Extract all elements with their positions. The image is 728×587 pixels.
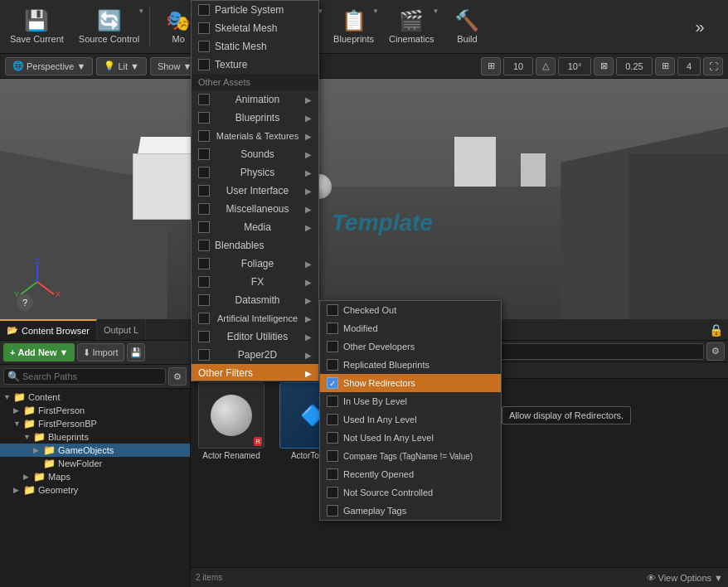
tree-item-content[interactable]: ▼ 📁 Content bbox=[0, 391, 190, 404]
content-browser-tab[interactable]: 📂 Content Browser bbox=[0, 319, 97, 340]
filter-used-in-any-level[interactable]: Used In Any Level bbox=[320, 410, 501, 429]
in-use-by-level-checkbox[interactable] bbox=[327, 395, 338, 407]
lit-button[interactable]: 💡 Lit ▼ bbox=[96, 57, 147, 75]
texture-checkbox[interactable] bbox=[198, 59, 210, 70]
sounds-checkbox[interactable] bbox=[198, 148, 210, 160]
media-checkbox[interactable] bbox=[198, 221, 210, 233]
filter-gameplay-tags[interactable]: Gameplay Tags bbox=[320, 502, 501, 520]
skeletal-mesh-checkbox[interactable] bbox=[198, 22, 210, 34]
menu-item-physics[interactable]: Physics ▶ bbox=[192, 163, 318, 182]
filter-not-source-controlled[interactable]: Not Source Controlled bbox=[320, 483, 501, 502]
menu-item-other-filters[interactable]: Other Filters ▶ bbox=[192, 364, 318, 381]
asset-item-actor-renamed[interactable]: R Actor Renamed bbox=[194, 382, 269, 460]
perspective-button[interactable]: 🌐 Perspective ▼ bbox=[5, 57, 93, 75]
angle-value-input[interactable] bbox=[558, 57, 591, 75]
menu-item-skeletal-mesh[interactable]: Skeletal Mesh bbox=[192, 19, 318, 37]
menu-item-media[interactable]: Media ▶ bbox=[192, 218, 318, 236]
save-current-button[interactable]: 💾 Save Current bbox=[3, 2, 70, 51]
more-button[interactable]: » bbox=[675, 2, 725, 51]
save-content-button[interactable]: 💾 bbox=[127, 343, 145, 361]
grid-value-input[interactable] bbox=[503, 57, 533, 75]
viewport-help-button[interactable]: ? bbox=[17, 294, 33, 311]
recently-opened-checkbox[interactable] bbox=[327, 468, 338, 480]
grid-toggle-button[interactable]: ⊞ bbox=[481, 57, 501, 75]
menu-item-sounds[interactable]: Sounds ▶ bbox=[192, 145, 318, 163]
datasmith-checkbox[interactable] bbox=[198, 294, 210, 306]
foliage-checkbox[interactable] bbox=[198, 258, 210, 269]
fx-checkbox[interactable] bbox=[198, 276, 210, 288]
grid-count-input[interactable] bbox=[677, 57, 701, 75]
physics-checkbox[interactable] bbox=[198, 167, 210, 178]
particle-system-checkbox[interactable] bbox=[198, 4, 210, 16]
filter-replicated-blueprints[interactable]: Replicated Blueprints bbox=[320, 356, 501, 374]
menu-item-paper2d[interactable]: Paper2D ▶ bbox=[192, 346, 318, 364]
menu-item-datasmith[interactable]: Datasmith ▶ bbox=[192, 291, 318, 309]
menu-item-user-interface[interactable]: User Interface ▶ bbox=[192, 182, 318, 200]
static-mesh-checkbox[interactable] bbox=[198, 41, 210, 52]
build-button[interactable]: 🔨 Build bbox=[442, 2, 492, 51]
path-search-input[interactable] bbox=[22, 371, 162, 381]
filter-checked-out[interactable]: Checked Out bbox=[320, 301, 501, 319]
checked-out-checkbox[interactable] bbox=[327, 304, 338, 316]
filter-compare-tags[interactable]: Compare Tags (TagName != Value) bbox=[320, 447, 501, 465]
filter-recently-opened[interactable]: Recently Opened bbox=[320, 465, 501, 483]
scale-button[interactable]: ⊠ bbox=[594, 57, 614, 75]
used-in-any-level-checkbox[interactable] bbox=[327, 414, 338, 425]
misc-checkbox[interactable] bbox=[198, 203, 210, 215]
menu-item-static-mesh[interactable]: Static Mesh bbox=[192, 37, 318, 56]
blueprints-button[interactable]: 📋 Blueprints ▼ bbox=[327, 2, 381, 51]
tree-item-gameobjects[interactable]: ▶ 📁 GameObjects bbox=[0, 444, 190, 457]
replicated-blueprints-checkbox[interactable] bbox=[327, 359, 338, 371]
tree-item-geometry[interactable]: ▶ 📁 Geometry bbox=[0, 483, 190, 497]
menu-item-particle-system[interactable]: Particle System bbox=[192, 1, 318, 19]
blueprints-tree-label: Blueprints bbox=[48, 432, 89, 442]
materials-textures-checkbox[interactable] bbox=[198, 130, 210, 142]
menu-item-materials-textures[interactable]: Materials & Textures ▶ bbox=[192, 127, 318, 145]
ai-checkbox[interactable] bbox=[198, 313, 210, 324]
editor-utilities-checkbox[interactable] bbox=[198, 331, 210, 342]
menu-item-texture[interactable]: Texture bbox=[192, 56, 318, 74]
paper2d-checkbox[interactable] bbox=[198, 349, 210, 361]
maximize-button[interactable]: ⛶ bbox=[703, 57, 723, 75]
tree-item-firstpersonbp[interactable]: ▼ 📁 FirstPersonBP bbox=[0, 417, 190, 430]
filter-other-developers[interactable]: Other Developers bbox=[320, 337, 501, 356]
menu-item-ai[interactable]: Artificial Intelligence ▶ bbox=[192, 309, 318, 327]
cinematics-button[interactable]: 🎬 Cinematics ▼ bbox=[382, 2, 440, 51]
filter-show-redirectors[interactable]: ✓ Show Redirectors bbox=[320, 374, 501, 392]
filter-not-used-in-any-level[interactable]: Not Used In Any Level bbox=[320, 429, 501, 447]
animation-checkbox[interactable] bbox=[198, 94, 210, 105]
tree-item-firstperson[interactable]: ▶ 📁 FirstPerson bbox=[0, 404, 190, 417]
tree-item-blueprints[interactable]: ▼ 📁 Blueprints bbox=[0, 430, 190, 444]
menu-item-foliage[interactable]: Foliage ▶ bbox=[192, 255, 318, 273]
show-redirectors-checkbox[interactable]: ✓ bbox=[327, 377, 338, 389]
menu-item-animation[interactable]: Animation ▶ bbox=[192, 90, 318, 109]
blendables-checkbox[interactable] bbox=[198, 240, 210, 251]
menu-item-miscellaneous[interactable]: Miscellaneous ▶ bbox=[192, 200, 318, 218]
menu-item-fx[interactable]: FX ▶ bbox=[192, 273, 318, 291]
other-developers-checkbox[interactable] bbox=[327, 341, 338, 352]
ui-checkbox[interactable] bbox=[198, 185, 210, 196]
content-settings-button[interactable]: ⚙ bbox=[706, 342, 725, 361]
blueprints-filter-checkbox[interactable] bbox=[198, 112, 210, 124]
tree-item-newfolder[interactable]: 📁 NewFolder bbox=[0, 457, 190, 470]
not-used-in-any-level-checkbox[interactable] bbox=[327, 432, 338, 444]
filter-modified[interactable]: Modified bbox=[320, 319, 501, 337]
angle-button[interactable]: △ bbox=[536, 57, 556, 75]
modified-checkbox[interactable] bbox=[327, 323, 338, 334]
output-log-tab[interactable]: Output L bbox=[97, 319, 146, 340]
filter-in-use-by-level[interactable]: In Use By Level bbox=[320, 392, 501, 410]
path-settings-button[interactable]: ⚙ bbox=[168, 367, 187, 386]
menu-item-blueprints[interactable]: Blueprints ▶ bbox=[192, 109, 318, 127]
view-options-button[interactable]: 👁 View Options ▼ bbox=[647, 573, 724, 583]
grid-count-button[interactable]: ⊞ bbox=[655, 57, 675, 75]
menu-item-editor-utilities[interactable]: Editor Utilities ▶ bbox=[192, 327, 318, 346]
compare-tags-checkbox[interactable] bbox=[327, 450, 338, 462]
tree-item-maps[interactable]: ▶ 📁 Maps bbox=[0, 470, 190, 483]
add-new-button[interactable]: + Add New ▼ bbox=[3, 343, 75, 361]
import-button[interactable]: ⬇ Import bbox=[77, 343, 124, 361]
source-control-button[interactable]: 🔄 Source Control ▼ bbox=[72, 2, 146, 51]
not-source-controlled-checkbox[interactable] bbox=[327, 487, 338, 498]
gameplay-tags-checkbox[interactable] bbox=[327, 505, 338, 517]
menu-item-blendables[interactable]: Blendables bbox=[192, 236, 318, 255]
scale-value-input[interactable] bbox=[616, 57, 653, 75]
